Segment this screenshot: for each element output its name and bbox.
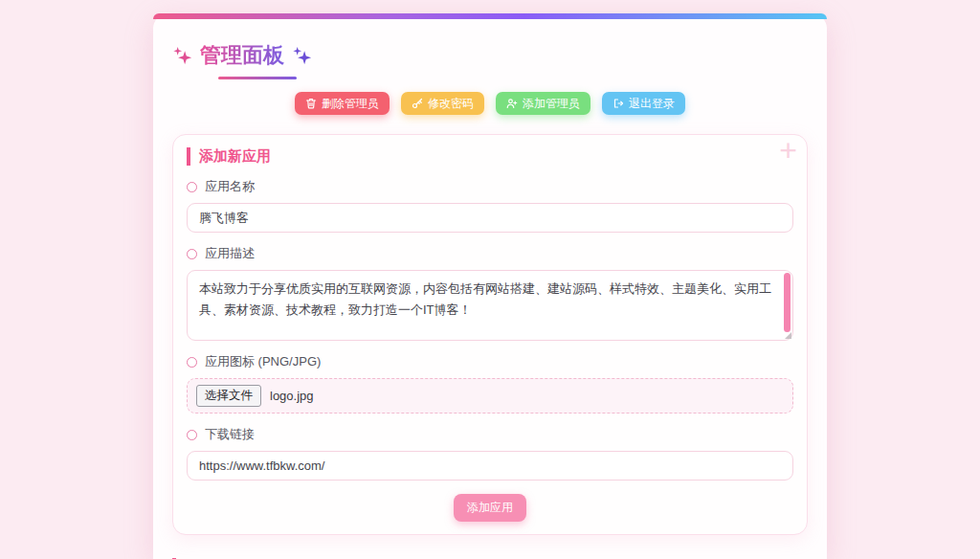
sparkles-icon-left	[172, 46, 192, 66]
page-title: 管理面板	[172, 41, 808, 70]
trash-icon	[305, 98, 317, 109]
change-password-button[interactable]: 修改密码	[401, 92, 484, 115]
app-description-textarea[interactable]: 本站致力于分享优质实用的互联网资源，内容包括有网站搭建、建站源码、样式特效、主题…	[187, 270, 793, 341]
app-icon-label: 应用图标 (PNG/JPG)	[187, 353, 793, 370]
key-icon	[412, 98, 423, 109]
app-description-field-group: 应用描述 本站致力于分享优质实用的互联网资源，内容包括有网站搭建、建站源码、样式…	[187, 245, 793, 341]
app-description-label-text: 应用描述	[205, 245, 255, 262]
app-description-label: 应用描述	[187, 245, 793, 262]
circle-bullet-icon	[187, 357, 197, 368]
download-link-label: 下载链接	[187, 426, 793, 443]
download-link-input[interactable]	[187, 451, 793, 481]
add-app-card: + 添加新应用 应用名称 应用描述 本站致力于分享优质实用的互联网资源，内容包括…	[172, 134, 808, 535]
chosen-file-name: logo.jpg	[270, 389, 314, 403]
logout-button[interactable]: 退出登录	[602, 92, 685, 115]
app-icon-file-dropzone[interactable]: 选择文件 logo.jpg	[187, 378, 793, 414]
choose-file-button[interactable]: 选择文件	[196, 385, 261, 407]
app-name-input[interactable]	[187, 203, 793, 233]
textarea-resize-handle[interactable]	[785, 332, 791, 339]
add-app-submit-button[interactable]: 添加应用	[454, 494, 526, 522]
add-admin-button[interactable]: 添加管理员	[496, 92, 590, 115]
delete-admin-button[interactable]: 删除管理员	[295, 92, 390, 115]
admin-panel-container: 管理面板 删除管理员 修改密码	[153, 13, 827, 559]
top-gradient-bar	[153, 13, 827, 19]
add-app-heading: 添加新应用	[187, 147, 793, 166]
textarea-scrollbar[interactable]	[784, 273, 791, 332]
app-icon-field-group: 应用图标 (PNG/JPG) 选择文件 logo.jpg	[187, 353, 793, 414]
download-link-label-text: 下载链接	[205, 426, 255, 443]
panel-content: 管理面板 删除管理员 修改密码	[153, 41, 827, 559]
toolbar: 删除管理员 修改密码 添加管理员 退出登录	[172, 92, 808, 115]
app-name-field-group: 应用名称	[187, 178, 793, 233]
app-name-label: 应用名称	[187, 178, 793, 195]
circle-bullet-icon	[187, 249, 197, 259]
circle-bullet-icon	[187, 182, 197, 192]
user-plus-icon	[506, 98, 518, 109]
app-icon-label-text: 应用图标 (PNG/JPG)	[205, 353, 321, 370]
app-name-label-text: 应用名称	[205, 178, 255, 195]
logout-icon	[612, 98, 624, 109]
page-title-text: 管理面板	[200, 41, 284, 70]
download-link-field-group: 下载链接	[187, 426, 793, 481]
title-underline	[218, 77, 297, 79]
app-description-textarea-wrap: 本站致力于分享优质实用的互联网资源，内容包括有网站搭建、建站源码、样式特效、主题…	[187, 270, 793, 341]
circle-bullet-icon	[187, 430, 197, 440]
sparkles-icon-right	[292, 46, 312, 66]
